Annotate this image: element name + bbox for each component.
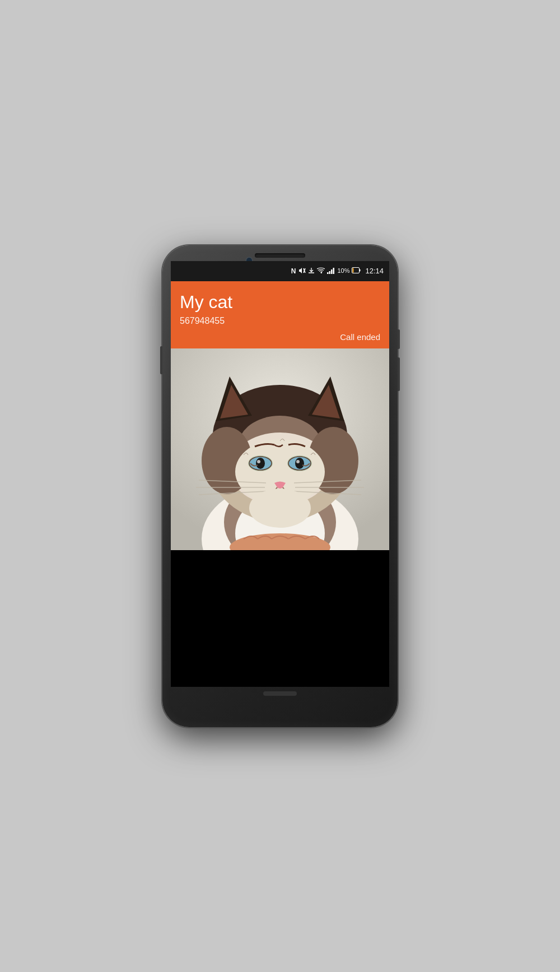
earpiece-speaker <box>255 253 305 258</box>
nfc-icon: N <box>291 268 296 275</box>
call-header: My cat 567948455 Call ended <box>171 281 389 348</box>
svg-rect-7 <box>360 269 361 272</box>
cat-image-svg <box>171 348 389 550</box>
status-bar: N <box>171 261 389 281</box>
wifi-icon <box>317 267 325 275</box>
svg-point-32 <box>296 460 300 463</box>
contact-number: 567948455 <box>180 316 380 326</box>
call-status: Call ended <box>340 332 380 342</box>
svg-point-41 <box>249 489 311 528</box>
phone-screen: N <box>171 261 389 687</box>
svg-rect-43 <box>238 539 322 550</box>
volume-down-button[interactable] <box>398 357 400 391</box>
svg-rect-2 <box>327 272 329 274</box>
signal-icon <box>327 267 335 275</box>
svg-rect-5 <box>333 268 335 274</box>
mute-icon <box>298 267 306 275</box>
contact-photo <box>171 348 389 550</box>
power-button[interactable] <box>398 329 400 349</box>
status-time: 12:14 <box>365 267 384 275</box>
phone-device: N <box>162 245 398 727</box>
black-bottom-area <box>171 550 389 685</box>
svg-point-28 <box>257 460 260 463</box>
contact-name: My cat <box>180 291 380 313</box>
download-icon <box>308 267 315 275</box>
battery-percent: 10% <box>337 268 349 274</box>
volume-button[interactable] <box>160 346 162 374</box>
svg-rect-8 <box>353 268 354 273</box>
home-button-bar[interactable] <box>263 691 297 696</box>
svg-point-27 <box>256 458 265 469</box>
svg-rect-3 <box>329 271 331 274</box>
svg-point-31 <box>295 458 304 469</box>
svg-rect-4 <box>331 269 333 274</box>
battery-icon <box>352 267 361 275</box>
status-icons: N <box>291 267 384 275</box>
